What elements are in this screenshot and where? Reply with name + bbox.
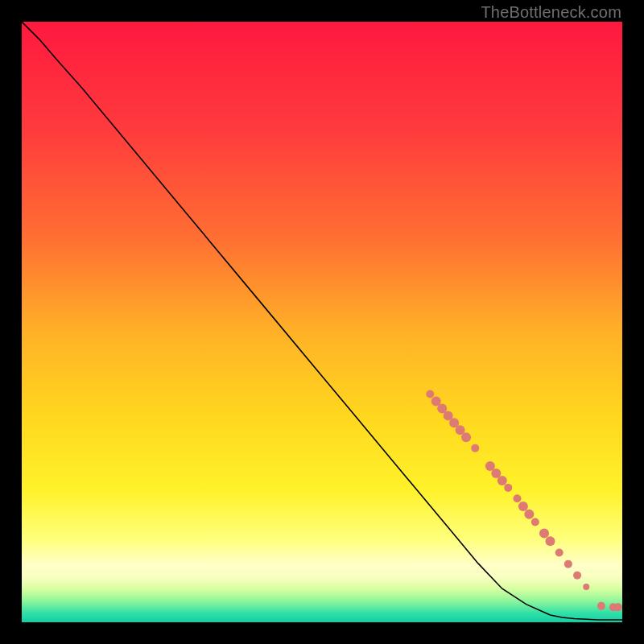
chart-marker [461,432,471,442]
chart-marker [504,484,512,492]
chart-svg [22,22,622,622]
chart-marker [518,502,528,511]
chart-plot-area [22,22,622,622]
chart-marker [524,510,534,519]
chart-marker [597,602,605,610]
chart-marker [539,529,549,539]
chart-marker [564,560,572,568]
chart-marker [545,536,555,546]
chart-marker [583,584,589,590]
chart-marker [614,603,622,611]
chart-background-gradient [22,22,622,622]
chart-marker [531,518,539,526]
chart-marker [497,476,507,485]
chart-marker [513,494,521,502]
chart-marker [426,390,434,398]
chart-marker [573,572,581,580]
watermark-text: TheBottleneck.com [481,3,621,22]
chart-marker [471,444,479,452]
chart-stage: TheBottleneck.com [0,0,644,644]
chart-marker [555,548,564,556]
